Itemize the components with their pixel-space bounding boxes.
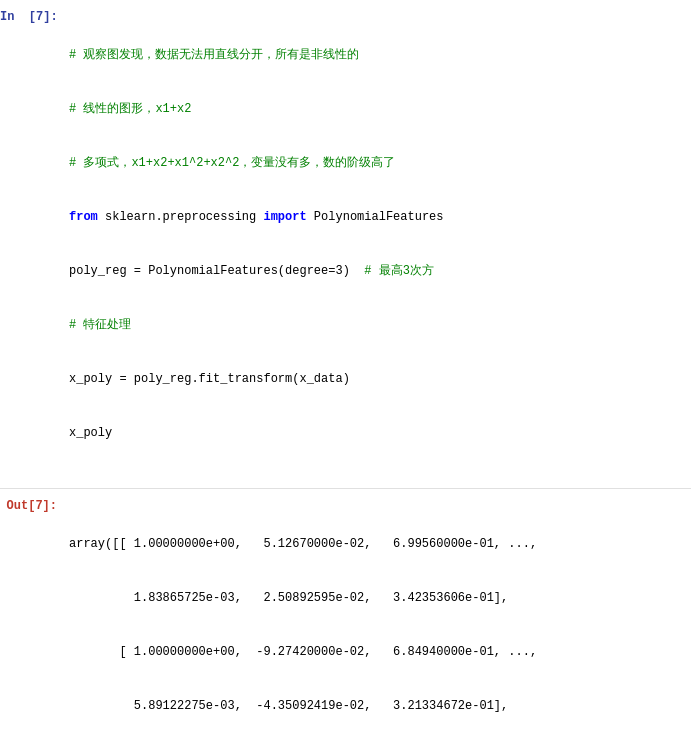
code-comment-4: # 特征处理 — [69, 316, 687, 334]
cell-content-out-7: array([[ 1.00000000e+00, 5.12670000e-02,… — [65, 497, 691, 744]
notebook-container: In [7]: # 观察图发现，数据无法用直线分开，所有是非线性的 # 线性的图… — [0, 0, 691, 744]
output-line-4: 5.89122275e-03, -4.35092419e-02, 3.21334… — [69, 697, 687, 715]
cell-in-7: In [7]: # 观察图发现，数据无法用直线分开，所有是非线性的 # 线性的图… — [0, 0, 691, 489]
code-comment-2: # 线性的图形，x1+x2 — [69, 100, 687, 118]
cell-label-out-7: Out[7]: — [0, 497, 65, 744]
cell-content-in-7[interactable]: # 观察图发现，数据无法用直线分开，所有是非线性的 # 线性的图形，x1+x2 … — [65, 8, 691, 480]
output-line-3: [ 1.00000000e+00, -9.27420000e-02, 6.849… — [69, 643, 687, 661]
code-poly-reg: poly_reg = PolynomialFeatures(degree=3) … — [69, 262, 687, 280]
code-import: from sklearn.preprocessing import Polyno… — [69, 208, 687, 226]
code-x-poly: x_poly = poly_reg.fit_transform(x_data) — [69, 370, 687, 388]
code-comment-3: # 多项式，x1+x2+x1^2+x2^2，变量没有多，数的阶级高了 — [69, 154, 687, 172]
code-x-poly-2: x_poly — [69, 424, 687, 442]
notebook-wrapper: In [7]: # 观察图发现，数据无法用直线分开，所有是非线性的 # 线性的图… — [0, 0, 691, 744]
output-line-2: 1.83865725e-03, 2.50892595e-02, 3.423536… — [69, 589, 687, 607]
output-line-1: array([[ 1.00000000e+00, 5.12670000e-02,… — [69, 535, 687, 553]
cell-out-7: Out[7]: array([[ 1.00000000e+00, 5.12670… — [0, 489, 691, 744]
cell-label-in-7: In [7]: — [0, 8, 65, 480]
code-comment-1: # 观察图发现，数据无法用直线分开，所有是非线性的 — [69, 46, 687, 64]
